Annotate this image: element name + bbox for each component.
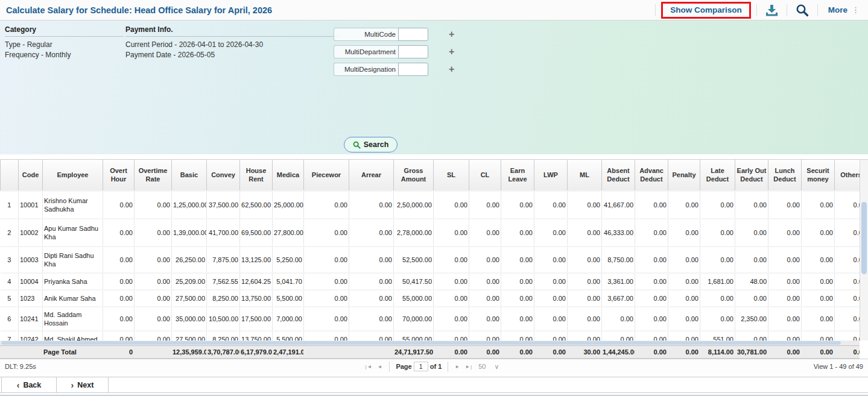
column-header-code[interactable]: Code bbox=[19, 160, 43, 191]
more-button[interactable]: More ⋮ bbox=[823, 5, 864, 14]
column-header-overtime-rate[interactable]: Overtime Rate bbox=[135, 160, 172, 191]
column-header-sl[interactable]: SL bbox=[434, 160, 469, 191]
cell: 0.00 bbox=[304, 273, 349, 290]
cell: 2,350.00 bbox=[735, 307, 768, 331]
download-button[interactable] bbox=[762, 4, 781, 16]
page-number-input[interactable] bbox=[414, 362, 428, 371]
page-total-bar: Page Total012,35,959.003,70,787.006,17,9… bbox=[0, 345, 860, 359]
column-header-earn-leave[interactable]: Earn Leave bbox=[501, 160, 534, 191]
show-comparison-button[interactable]: Show Comparison bbox=[670, 5, 742, 14]
table-row[interactable]: 210002Apu Kumar Sadhu Kha0.000.001,39,00… bbox=[1, 219, 860, 247]
column-header-employee[interactable]: Employee bbox=[43, 160, 103, 191]
pager-divider bbox=[448, 362, 448, 372]
column-header-medica[interactable]: Medica bbox=[273, 160, 304, 191]
column-header-house-rent[interactable]: House Rent bbox=[240, 160, 273, 191]
table-row[interactable]: 310003Dipti Rani Sadhu Kha0.000.0026,250… bbox=[1, 247, 860, 273]
column-header-ml[interactable]: ML bbox=[568, 160, 602, 191]
cell: 6 bbox=[1, 307, 19, 331]
cell: 10001 bbox=[19, 191, 43, 219]
header-toolbar: Show Comparison More ⋮ bbox=[650, 0, 864, 20]
prev-page-icon[interactable]: ◄ bbox=[377, 364, 382, 369]
next-button[interactable]: › Next bbox=[57, 377, 109, 392]
column-header-convey[interactable]: Convey bbox=[207, 160, 240, 191]
cell: 0.00 bbox=[735, 191, 768, 219]
multicode-add-button[interactable]: + bbox=[449, 30, 454, 39]
back-button[interactable]: ‹ Back bbox=[1, 377, 57, 392]
column-header-arrear[interactable]: Arrear bbox=[349, 160, 394, 191]
cell: 0.00 bbox=[668, 307, 700, 331]
cell: 50,417.50 bbox=[394, 273, 434, 290]
next-page-icon[interactable]: ► bbox=[455, 364, 460, 369]
column-header-penalty[interactable]: Penalty bbox=[668, 160, 700, 191]
cell: 5,500.00 bbox=[273, 290, 304, 307]
cell: 0.00 bbox=[735, 247, 768, 273]
column-header-piecewor[interactable]: Piecewor bbox=[304, 160, 349, 191]
table-row[interactable]: 110001Krishno Kumar Sadhukha0.000.001,25… bbox=[1, 191, 860, 219]
vertical-scrollbar[interactable] bbox=[860, 160, 868, 341]
column-header-cl[interactable]: CL bbox=[469, 160, 501, 191]
column-header-lwp[interactable]: LWP bbox=[534, 160, 568, 191]
search-toolbar-button[interactable] bbox=[793, 3, 812, 17]
cell: 10242 bbox=[19, 331, 43, 341]
column-header-absent-deduct[interactable]: Absent Deduct bbox=[602, 160, 635, 191]
cell: 0.00 bbox=[835, 290, 860, 307]
cell: 7,875.00 bbox=[207, 247, 240, 273]
toolbar-divider bbox=[756, 4, 757, 16]
column-header-overt-hour[interactable]: Overt Hour bbox=[103, 160, 135, 191]
cell: 13,750.00 bbox=[240, 290, 273, 307]
cell: 27,500.00 bbox=[172, 290, 207, 307]
cell: 41,700.00 bbox=[207, 219, 240, 247]
column-header-lunch-deduct[interactable]: Lunch Deduct bbox=[768, 160, 802, 191]
multidesignation-input[interactable] bbox=[398, 63, 428, 76]
column-header-index[interactable] bbox=[1, 160, 19, 191]
cell: 0.00 bbox=[469, 247, 501, 273]
multidesignation-add-button[interactable]: + bbox=[449, 65, 454, 74]
cell: 48.00 bbox=[735, 273, 768, 290]
search-icon bbox=[795, 3, 809, 17]
column-header-securit-money[interactable]: Securit money bbox=[802, 160, 835, 191]
category-frequency: Frequency - Monthly bbox=[5, 50, 124, 60]
table-row[interactable]: 410004Priyanka Saha0.000.0025,209.007,56… bbox=[1, 273, 860, 290]
table-row[interactable]: 610241Md. Saddam Hossain0.000.0035,000.0… bbox=[1, 307, 860, 331]
column-header-late-deduct[interactable]: Late Deduct bbox=[700, 160, 735, 191]
table-row[interactable]: 51023Anik Kumar Saha0.000.0027,500.008,2… bbox=[1, 290, 860, 307]
multicode-input[interactable] bbox=[398, 28, 428, 41]
vertical-scrollbar-thumb[interactable] bbox=[861, 202, 867, 274]
page-total-cell: 0 bbox=[103, 346, 134, 358]
cell: Dipti Rani Sadhu Kha bbox=[43, 247, 103, 273]
cell: 0.00 bbox=[768, 247, 802, 273]
multidepartment-input[interactable] bbox=[398, 45, 428, 58]
page-total-cell: 8,114.00 bbox=[700, 346, 735, 358]
first-page-icon[interactable]: |◄ bbox=[365, 364, 372, 369]
cell: 0.00 bbox=[135, 247, 172, 273]
cell: 7,562.55 bbox=[207, 273, 240, 290]
page-label: Page bbox=[396, 363, 411, 370]
category-type: Type - Regular bbox=[5, 40, 124, 50]
cell: 4 bbox=[1, 273, 19, 290]
cell: 0.00 bbox=[568, 307, 602, 331]
column-header-early-out-deduct[interactable]: Early Out Deduct bbox=[735, 160, 768, 191]
cell: 0.00 bbox=[635, 247, 668, 273]
last-page-icon[interactable]: ►| bbox=[465, 364, 472, 369]
cell: 1023 bbox=[19, 290, 43, 307]
horizontal-scrollbar[interactable] bbox=[0, 341, 860, 345]
table-row[interactable]: 710242Md. Shakil Ahmed0.000.0027,500.008… bbox=[1, 331, 860, 341]
toolbar-divider bbox=[817, 4, 818, 16]
column-header-gross-amount[interactable]: Gross Amount bbox=[394, 160, 434, 191]
search-submit-button[interactable]: Search bbox=[344, 137, 398, 152]
horizontal-scrollbar-thumb[interactable] bbox=[1, 341, 841, 345]
page-size-select[interactable]: 50 ∨ bbox=[478, 363, 499, 371]
multidepartment-row: MultiDepartment + bbox=[334, 45, 454, 58]
column-header-advanc-deduct[interactable]: Advanc Deduct bbox=[635, 160, 668, 191]
cell: 0.00 bbox=[635, 273, 668, 290]
multidepartment-add-button[interactable]: + bbox=[449, 48, 454, 56]
next-label: Next bbox=[77, 381, 93, 389]
header-bar: Calculate Salary for Schedule: Head Offi… bbox=[0, 0, 868, 20]
cell: 46,333.00 bbox=[602, 219, 635, 247]
column-header-basic[interactable]: Basic bbox=[172, 160, 207, 191]
cell: 0.00 bbox=[534, 219, 568, 247]
column-header-others[interactable]: Others bbox=[835, 160, 860, 191]
pager: |◄ ◄ Page of 1 ► ►| 50 ∨ bbox=[363, 359, 505, 374]
cell: 0.00 bbox=[802, 247, 835, 273]
cell: 1,39,000.00 bbox=[172, 219, 207, 247]
